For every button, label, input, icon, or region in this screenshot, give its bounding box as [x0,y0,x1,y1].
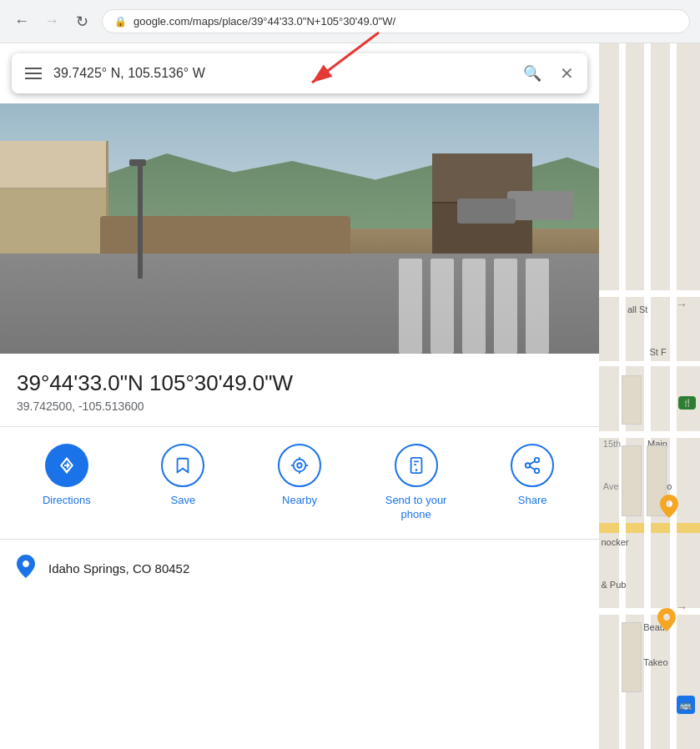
coordinates-decimal: 39.742500, -105.513600 [17,400,582,413]
street-view-image [0,103,599,354]
nearby-button[interactable]: Nearby [258,444,341,522]
nav-buttons: ← → ↻ [10,10,93,33]
save-icon-circle [161,444,204,487]
sv-lamp-post [138,166,143,279]
nearby-label: Nearby [282,494,317,508]
close-button[interactable]: ✕ [560,63,574,83]
send-to-phone-button[interactable]: Send to your phone [375,444,458,522]
send-to-phone-label: Send to your phone [375,494,458,522]
map-label-takeo2: Takeo [643,657,667,667]
svg-point-12 [535,469,540,474]
info-section: 39°44'33.0"N 105°30'49.0"W 39.742500, -1… [0,354,599,427]
hamburger-menu[interactable] [25,68,42,79]
nearby-icon [290,456,309,475]
share-icon-circle [511,444,554,487]
save-label: Save [171,494,196,508]
map-label-nocker: nocker [601,537,628,547]
map-road-v2 [644,43,651,749]
map-label-pub: & Pub [601,580,626,590]
search-query[interactable]: 39.7425° N, 105.5136° W [53,66,511,81]
url-text: google.com/maps/place/39°44'33.0"N+105°3… [133,15,395,28]
svg-point-2 [294,460,306,472]
svg-point-11 [526,463,531,468]
forward-button[interactable]: → [40,10,63,33]
map-label-15th: 15th [603,439,621,449]
send-to-phone-icon-circle [395,444,438,487]
sv-car2 [457,199,516,224]
svg-point-3 [297,463,302,468]
svg-point-10 [535,458,540,463]
save-button[interactable]: Save [141,444,224,522]
main-container: 39.7425° N, 105.5136° W 🔍 ✕ [0,43,700,749]
svg-line-14 [530,461,535,465]
share-button[interactable]: Share [491,444,574,522]
lock-icon: 🔒 [114,16,127,28]
send-to-phone-icon [407,456,426,475]
map-pin-2[interactable] [657,608,676,626]
action-buttons-row: Directions Save [0,427,599,540]
directions-label: Directions [43,494,91,508]
address-bar[interactable]: 🔒 google.com/maps/place/39°44'33.0"N+105… [102,9,690,33]
coordinates-main: 39°44'33.0"N 105°30'49.0"W [17,370,582,396]
directions-icon [57,455,77,475]
save-icon [174,456,192,475]
map-arrow-right: → [676,298,687,311]
share-label: Share [518,494,547,508]
directions-icon-circle [45,444,88,487]
search-button[interactable]: 🔍 [523,64,541,83]
svg-line-13 [530,466,535,470]
map-road-v3 [670,43,677,749]
map-green-badge: 🍴 [678,396,696,410]
left-panel: 39.7425° N, 105.5136° W 🔍 ✕ [0,43,599,749]
share-icon [523,456,541,475]
directions-button[interactable]: Directions [25,444,108,522]
sv-car [507,191,574,220]
search-bar: 39.7425° N, 105.5136° W 🔍 ✕ [12,53,587,93]
map-label-ave: Ave [603,481,619,491]
map-pin-1[interactable] [660,495,678,513]
map-block-1 [622,445,642,516]
map-arrow-right2: → [676,601,687,614]
map-block-2 [622,375,642,425]
location-pin-icon [17,555,35,583]
map-panel[interactable]: ◀ → → all St St F 15th Ave Main Takeo no… [599,43,700,749]
map-label-st-f: St F [650,347,667,357]
map-transit-icon: 🚌 [677,696,695,714]
sv-crosswalk [399,259,549,354]
map-label-all-st: all St [627,304,647,314]
map-block-4 [622,622,642,693]
map-background: → → all St St F 15th Ave Main Takeo nock… [599,43,700,749]
browser-chrome: ← → ↻ 🔒 google.com/maps/place/39°44'33.0… [0,0,700,43]
location-row: Idaho Springs, CO 80452 [0,540,599,598]
back-button[interactable]: ← [10,10,33,33]
nearby-icon-circle [278,444,321,487]
location-address: Idaho Springs, CO 80452 [48,561,189,576]
reload-button[interactable]: ↻ [70,10,93,33]
